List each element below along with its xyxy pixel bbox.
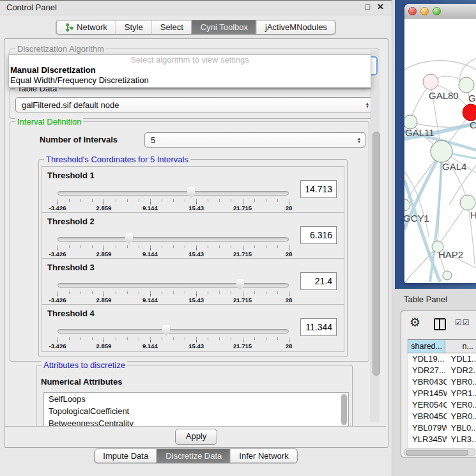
close-window-icon[interactable]: ✕ <box>377 2 384 12</box>
slider-tick-labels: -3.426 2.859 9.144 15.43 21.715 28 <box>58 342 289 349</box>
list-item-selfloops[interactable]: SelfLoops <box>44 393 348 405</box>
algorithm-option-equal-width[interactable]: Equal Width/Frequency Discretization <box>9 75 371 86</box>
cell-name[interactable]: YBR0... <box>447 411 476 422</box>
tab-jactivemnodules[interactable]: jActiveMNodules <box>256 20 335 34</box>
tick-label: 15.43 <box>188 204 204 211</box>
threshold-1-value-field[interactable] <box>300 180 337 198</box>
cell-shared-name[interactable]: YBR045C <box>408 411 447 422</box>
node-gcy1[interactable] <box>404 199 410 211</box>
mac-close-button[interactable] <box>408 7 417 15</box>
cell-shared-name[interactable]: YBL079W <box>408 422 447 434</box>
table-horizontal-scrollbar[interactable] <box>404 449 475 456</box>
list-scrollbar-thumb[interactable] <box>341 394 347 425</box>
table-data-combobox[interactable]: galFiltered.sif default node ▲▼ <box>15 97 374 112</box>
thresholds-coordinates-group: Threshold's Coordinates for 5 Intervals … <box>38 159 348 357</box>
threshold-2-label: Threshold 2 <box>47 217 95 226</box>
table-row[interactable]: YBR043CYBR0... <box>408 376 476 388</box>
tab-cyni-toolbox[interactable]: Cyni Toolbox <box>192 20 256 34</box>
threshold-4-label: Threshold 4 <box>47 309 95 318</box>
cell-name[interactable]: YER0... <box>447 399 476 411</box>
control-panel-titlebar: Control Panel □ ✕ <box>0 0 392 15</box>
tick-label: -3.426 <box>49 342 66 349</box>
tab-infer-network[interactable]: Infer Network <box>230 449 296 463</box>
checkbox-icons[interactable]: ☑☑ <box>455 318 470 327</box>
slider-minor-ticks <box>58 291 289 294</box>
cell-shared-name[interactable]: YBR043C <box>408 376 447 388</box>
node-h[interactable] <box>460 195 475 210</box>
threshold-2-slider-handle[interactable] <box>125 233 134 244</box>
node-gal4[interactable] <box>431 141 452 162</box>
tab-network[interactable]: Network <box>56 20 116 34</box>
threshold-2-slider-track[interactable] <box>58 237 289 242</box>
tab-select[interactable]: Select <box>151 20 192 34</box>
gear-icon[interactable]: ⚙ <box>410 315 420 330</box>
algorithm-option-manual[interactable]: Manual Discretization <box>9 65 371 75</box>
node-label-gal4: GAL4 <box>442 161 466 172</box>
table-row[interactable]: YBL079WYBL0... <box>408 422 476 434</box>
table-row[interactable]: YDL19...YDL1... <box>408 353 476 365</box>
mac-minimize-button[interactable] <box>420 7 429 15</box>
float-window-icon[interactable]: □ <box>365 2 370 12</box>
column-header-name[interactable]: n... <box>445 339 476 353</box>
node-label-gal11: GAL11 <box>405 127 434 138</box>
tab-discretize-data[interactable]: Discretize Data <box>157 449 230 463</box>
threshold-3-value-field[interactable] <box>300 272 337 290</box>
node-top-right[interactable] <box>459 77 474 93</box>
threshold-4-slider-track[interactable] <box>58 329 289 334</box>
threshold-4-value-field[interactable] <box>300 318 337 336</box>
split-view-icon[interactable] <box>434 318 446 330</box>
tab-network-label: Network <box>77 22 107 32</box>
cell-name[interactable]: YLR3... <box>447 434 476 445</box>
threshold-4-row: Threshold 4 -3.426 2.859 9.144 <box>42 304 344 352</box>
cell-name[interactable]: YBL0... <box>447 422 476 434</box>
threshold-3-slider-track[interactable] <box>58 283 289 288</box>
table-row[interactable]: YDR27...YDR2... <box>408 365 476 376</box>
node-red-selected[interactable] <box>463 104 476 121</box>
panel-scrollbar-thumb[interactable] <box>372 132 380 376</box>
tick-label: 2.859 <box>96 296 112 303</box>
threshold-4-slider-handle[interactable] <box>162 325 171 336</box>
panel-vertical-scrollbar[interactable] <box>371 50 380 422</box>
threshold-1-slider-handle[interactable] <box>187 187 195 198</box>
table-row[interactable]: YBR045CYBR0... <box>408 411 476 422</box>
thresholds-coordinates-group-title: Threshold's Coordinates for 5 Intervals <box>44 155 190 164</box>
table-scrollbar-thumb[interactable] <box>406 450 468 456</box>
table-row[interactable]: YIL053CYIL0... <box>408 445 476 448</box>
apply-button[interactable]: Apply <box>175 429 217 445</box>
list-scrollbar[interactable] <box>341 394 348 427</box>
number-of-intervals-combobox[interactable]: 5 ▲▼ <box>144 132 365 148</box>
cell-shared-name[interactable]: YER054C <box>408 399 447 411</box>
cell-name[interactable]: YBR0... <box>447 376 476 388</box>
discretization-algorithm-group-title: Discretization Algorithm <box>15 44 106 54</box>
mac-zoom-button[interactable] <box>433 7 441 15</box>
cell-name[interactable]: YPR1... <box>447 388 476 399</box>
column-header-shared-name[interactable]: shared... <box>408 339 445 353</box>
list-item-betweennesscentrality[interactable]: BetweennessCentrality <box>44 417 348 427</box>
cell-name[interactable]: YDR2... <box>447 365 476 376</box>
cell-shared-name[interactable]: YIL053C <box>408 445 447 448</box>
table-row[interactable]: YER054CYER0... <box>408 399 476 411</box>
table-row[interactable]: YLR345WYLR3... <box>408 434 476 445</box>
threshold-2-value-field[interactable] <box>300 226 337 244</box>
cell-name[interactable]: YDL1... <box>447 353 476 365</box>
attributes-group-title: Attributes to discretize <box>42 360 127 370</box>
node-bottom[interactable] <box>443 271 452 280</box>
cell-name[interactable]: YIL0... <box>447 445 476 448</box>
cell-shared-name[interactable]: YDL19... <box>408 353 447 365</box>
network-window-titlebar[interactable] <box>404 4 476 19</box>
tab-style[interactable]: Style <box>116 20 151 34</box>
tab-impute-data[interactable]: Impute Data <box>95 449 157 463</box>
node-gal80[interactable] <box>423 74 438 89</box>
cell-shared-name[interactable]: YLR345W <box>408 434 447 445</box>
cell-shared-name[interactable]: YPR145W <box>408 388 447 399</box>
network-canvas[interactable]: GAL80 GA C GAL11 GAL4 GCY1 H HAP2 <box>404 19 476 283</box>
combo-stepper-icon: ▲▼ <box>365 102 369 108</box>
cell-shared-name[interactable]: YDR27... <box>408 365 447 376</box>
table-row[interactable]: YPR145WYPR1... <box>408 388 476 399</box>
threshold-3-slider-handle[interactable] <box>236 279 244 290</box>
threshold-1-slider-track[interactable] <box>58 191 289 196</box>
tick-label: 15.43 <box>188 250 204 257</box>
tick-label: 28 <box>286 296 293 303</box>
tab-impute-data-label: Impute Data <box>103 451 148 461</box>
list-item-topologicalcoefficient[interactable]: TopologicalCoefficient <box>44 405 348 417</box>
